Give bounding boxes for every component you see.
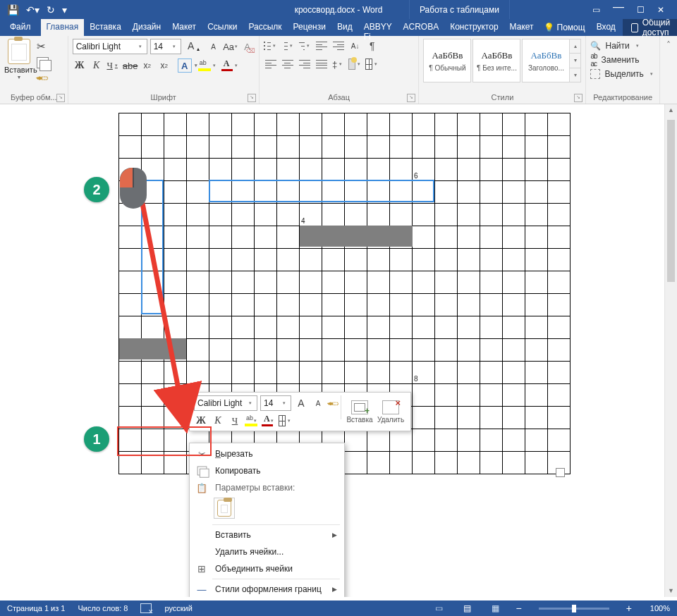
table-cell[interactable] (119, 113, 142, 136)
table-cell[interactable] (458, 271, 480, 294)
table-cell[interactable] (503, 113, 525, 136)
menu-border-styles[interactable]: —Стили оформления границ▶ (191, 581, 343, 597)
table-cell[interactable] (277, 362, 300, 384)
table-cell[interactable] (367, 316, 390, 339)
table-cell[interactable] (209, 249, 232, 271)
table-cell[interactable] (390, 159, 413, 181)
table-cell[interactable] (503, 136, 525, 159)
table-cell[interactable] (119, 384, 142, 407)
table-cell[interactable] (435, 271, 458, 294)
grow-font-button[interactable]: A (184, 39, 198, 53)
show-marks-button[interactable]: ¶ (365, 39, 379, 53)
table-cell[interactable] (525, 452, 548, 474)
table-cell[interactable] (164, 226, 187, 249)
table-cell[interactable] (142, 362, 164, 384)
table-cell[interactable] (480, 452, 503, 474)
table-cell[interactable] (277, 226, 300, 249)
table-cell[interactable] (209, 271, 232, 294)
table-cell[interactable] (187, 181, 209, 204)
bold-button[interactable]: Ж (73, 58, 87, 73)
table-cell[interactable] (413, 316, 435, 339)
table-cell[interactable] (209, 226, 232, 249)
table-cell[interactable] (367, 249, 390, 271)
table-cell[interactable] (503, 226, 525, 249)
mini-insert-button[interactable]: Вставка (344, 400, 375, 424)
font-name-combo[interactable]: Calibri Light▾ (73, 39, 147, 54)
table-cell[interactable] (142, 294, 164, 316)
table-cell[interactable] (164, 204, 187, 226)
style-normal[interactable]: АаБбВв¶ Обычный (423, 39, 471, 82)
replace-button[interactable]: abacЗаменить (590, 53, 654, 67)
table-cell[interactable] (435, 407, 458, 429)
table-cell[interactable] (548, 181, 571, 204)
table-resize-handle[interactable] (556, 468, 565, 477)
table-cell[interactable] (164, 384, 187, 407)
table-cell[interactable] (480, 159, 503, 181)
table-cell[interactable] (367, 362, 390, 384)
table-cell[interactable] (232, 226, 255, 249)
table-cell[interactable] (232, 136, 255, 159)
table-cell[interactable] (345, 204, 367, 226)
table-cell[interactable] (322, 316, 345, 339)
table-cell[interactable] (164, 452, 187, 474)
table-cell[interactable] (164, 249, 187, 271)
table-cell[interactable] (525, 316, 548, 339)
table-cell[interactable] (480, 362, 503, 384)
change-case-button[interactable]: Aa (224, 39, 238, 54)
table-cell[interactable]: 8 (413, 362, 435, 384)
table-cell[interactable] (255, 271, 277, 294)
table-cell[interactable] (435, 113, 458, 136)
table-cell[interactable] (390, 113, 413, 136)
style-nospacing[interactable]: АаБбВв¶ Без инте... (472, 39, 520, 82)
table-cell[interactable] (458, 384, 480, 407)
table-cell[interactable] (435, 249, 458, 271)
table-cell[interactable] (300, 181, 322, 204)
table-cell[interactable] (322, 159, 345, 181)
decrease-indent-button[interactable] (315, 39, 329, 53)
table-cell[interactable] (435, 136, 458, 159)
table-cell[interactable] (300, 249, 322, 271)
table-cell[interactable] (548, 339, 571, 362)
table-cell[interactable] (480, 339, 503, 362)
table-cell[interactable] (209, 204, 232, 226)
table-cell[interactable] (503, 452, 525, 474)
table-cell[interactable] (413, 452, 435, 474)
table-cell[interactable] (345, 181, 367, 204)
table-cell[interactable] (390, 181, 413, 204)
table-cell[interactable] (503, 407, 525, 429)
table-cell[interactable] (390, 339, 413, 362)
scrollbar-thumb[interactable] (667, 120, 675, 282)
table-cell[interactable] (255, 181, 277, 204)
table-cell[interactable] (390, 429, 413, 452)
table-cell[interactable] (119, 249, 142, 271)
table-cell[interactable] (413, 339, 435, 362)
table-cell[interactable] (277, 271, 300, 294)
table-cell[interactable] (187, 249, 209, 271)
table-cell[interactable] (164, 181, 187, 204)
table-cell[interactable] (458, 362, 480, 384)
menu-merge-cells[interactable]: ⊞Объединить ячейки (191, 560, 343, 577)
table-cell[interactable] (345, 294, 367, 316)
tab-table-layout[interactable]: Макет (504, 19, 539, 36)
close-icon[interactable]: ✕ (657, 5, 664, 15)
table-cell[interactable] (322, 249, 345, 271)
minimize-icon[interactable]: — (613, 1, 624, 13)
tab-acrobat[interactable]: ACROBA (397, 19, 444, 36)
table-cell[interactable] (255, 294, 277, 316)
table-cell[interactable] (232, 181, 255, 204)
table-cell[interactable] (548, 113, 571, 136)
mini-italic[interactable]: К (211, 414, 225, 428)
table-cell[interactable] (300, 316, 322, 339)
table-cell[interactable] (367, 159, 390, 181)
table-cell[interactable] (480, 136, 503, 159)
multilevel-list-button[interactable]: ▾ (298, 39, 312, 53)
align-left-button[interactable] (264, 57, 278, 71)
table-cell[interactable] (458, 136, 480, 159)
table-cell[interactable] (458, 294, 480, 316)
table-cell[interactable] (209, 136, 232, 159)
tab-abbyy[interactable]: ABBYY Fi (358, 19, 398, 36)
table-cell[interactable] (548, 159, 571, 181)
highlight-button[interactable]: ▾ (198, 58, 218, 73)
table-cell[interactable] (277, 181, 300, 204)
table-cell[interactable] (232, 113, 255, 136)
